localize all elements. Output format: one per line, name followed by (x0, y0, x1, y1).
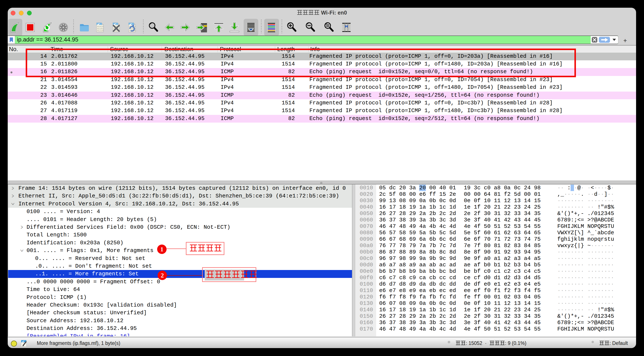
svg-text:01110: 01110 (97, 29, 104, 32)
